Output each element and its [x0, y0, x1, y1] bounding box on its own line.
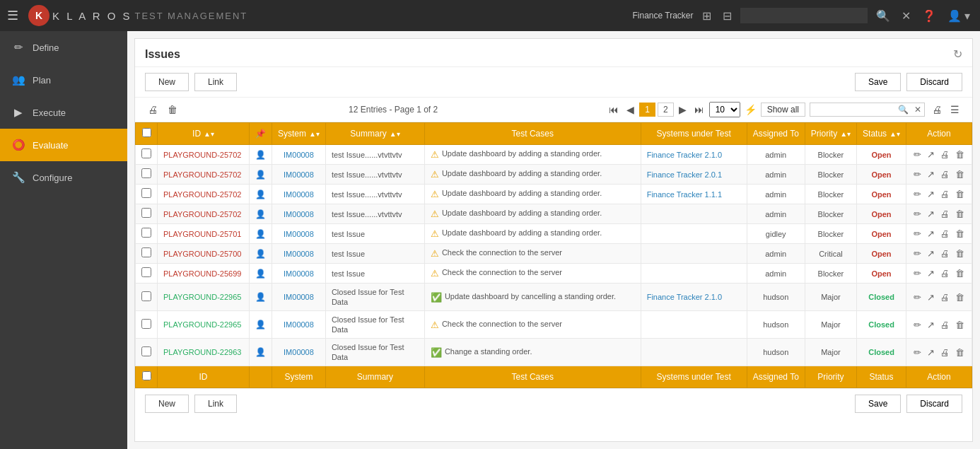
system-link[interactable]: IM00008 [284, 250, 314, 258]
issue-id-link[interactable]: PLAYGROUND-22965 [163, 293, 241, 301]
select-all-footer-checkbox[interactable] [142, 371, 151, 380]
external-link-button[interactable]: ↗ [926, 148, 936, 161]
table-search-box[interactable]: 🔍 ✕ [810, 103, 925, 117]
table-menu-icon-button[interactable]: ☰ [947, 103, 962, 117]
help-icon-button[interactable]: ❓ [919, 6, 939, 25]
search-icon-button[interactable]: 🔍 [873, 6, 893, 25]
table-print-icon-button[interactable]: 🖨 [929, 103, 945, 117]
delete-row-button[interactable]: 🗑 [954, 168, 966, 180]
system-link[interactable]: IM00008 [284, 293, 314, 301]
delete-row-button[interactable]: 🗑 [954, 188, 966, 200]
discard-button-bottom[interactable]: Discard [906, 395, 962, 413]
th-priority[interactable]: Priority▲▾ [805, 123, 856, 145]
row-checkbox[interactable] [141, 228, 151, 238]
delete-row-button[interactable]: 🗑 [954, 346, 966, 358]
hamburger-icon[interactable]: ☰ [7, 8, 18, 23]
print-row-button[interactable]: 🖨 [939, 319, 951, 331]
external-link-button[interactable]: ↗ [926, 319, 936, 331]
system-link[interactable]: IM00008 [284, 348, 314, 356]
external-link-button[interactable]: ↗ [926, 291, 936, 303]
table-search-icon[interactable]: 🔍 [895, 103, 911, 116]
external-link-button[interactable]: ↗ [926, 267, 936, 279]
delete-all-icon-button[interactable]: 🗑 [165, 103, 180, 117]
external-link-button[interactable]: ↗ [926, 208, 936, 220]
sidebar-item-plan[interactable]: 👥 Plan [0, 64, 127, 96]
row-checkbox[interactable] [141, 319, 151, 329]
new-button-bottom[interactable]: New [145, 395, 189, 413]
issue-id-link[interactable]: PLAYGROUND-25702 [163, 170, 241, 179]
print-row-button[interactable]: 🖨 [939, 188, 951, 200]
row-checkbox[interactable] [141, 148, 151, 158]
search-clear-icon-button[interactable]: ✕ [899, 6, 914, 25]
page-last-button[interactable]: ⏭ [692, 103, 707, 117]
issue-id-link[interactable]: PLAYGROUND-25699 [163, 269, 241, 278]
system-link[interactable]: IM00008 [284, 170, 314, 179]
global-search-input[interactable] [740, 8, 868, 23]
refresh-icon[interactable]: ↻ [953, 47, 962, 61]
print-row-button[interactable]: 🖨 [939, 291, 951, 303]
user-icon-button[interactable]: 👤 ▾ [945, 6, 973, 25]
edit-button[interactable]: ✏ [912, 228, 923, 240]
system-link[interactable]: IM00008 [284, 230, 314, 238]
row-checkbox[interactable] [141, 291, 151, 301]
edit-button[interactable]: ✏ [912, 247, 923, 260]
issue-id-link[interactable]: PLAYGROUND-25701 [163, 230, 241, 238]
page-first-button[interactable]: ⏮ [606, 103, 622, 117]
system-link[interactable]: IM00008 [284, 210, 314, 218]
sys-under-test-link[interactable]: Finance Tracker 1.1.1 [647, 190, 722, 199]
th-systems-under-test[interactable]: Systems under Test [641, 123, 747, 145]
row-checkbox[interactable] [141, 247, 151, 257]
system-link[interactable]: IM00008 [284, 269, 314, 278]
link-button-top[interactable]: Link [194, 73, 237, 91]
sidebar-item-define[interactable]: ✏ Define [0, 31, 127, 64]
print-row-button[interactable]: 🖨 [939, 228, 951, 240]
row-checkbox[interactable] [141, 208, 151, 218]
row-checkbox[interactable] [141, 188, 151, 198]
print-row-button[interactable]: 🖨 [939, 148, 951, 161]
edit-button[interactable]: ✏ [912, 267, 923, 279]
table-search-input[interactable] [810, 103, 895, 116]
external-link-button[interactable]: ↗ [926, 228, 936, 240]
th-id[interactable]: ID▲▾ [158, 123, 250, 145]
page-prev-button[interactable]: ◀ [624, 103, 637, 117]
app-icon-button[interactable]: ⊞ [699, 6, 714, 25]
edit-button[interactable]: ✏ [912, 291, 923, 303]
print-row-button[interactable]: 🖨 [939, 346, 951, 358]
edit-button[interactable]: ✏ [912, 319, 923, 331]
th-test-cases[interactable]: Test Cases [424, 123, 641, 145]
th-summary[interactable]: Summary▲▾ [325, 123, 424, 145]
delete-row-button[interactable]: 🗑 [954, 291, 966, 303]
per-page-select[interactable]: 10 25 50 [709, 102, 740, 117]
edit-button[interactable]: ✏ [912, 188, 923, 200]
th-footer-checkbox[interactable] [136, 366, 158, 388]
issue-id-link[interactable]: PLAYGROUND-25702 [163, 210, 241, 218]
delete-row-button[interactable]: 🗑 [954, 267, 966, 279]
new-button-top[interactable]: New [145, 73, 189, 91]
show-all-button[interactable]: Show all [761, 103, 805, 117]
sidebar-item-configure[interactable]: 🔧 Configure [0, 161, 127, 194]
row-checkbox[interactable] [141, 168, 151, 178]
table-search-clear-icon[interactable]: ✕ [911, 103, 924, 116]
discard-button-top[interactable]: Discard [906, 73, 962, 91]
print-row-button[interactable]: 🖨 [939, 247, 951, 260]
edit-button[interactable]: ✏ [912, 346, 923, 358]
row-checkbox[interactable] [141, 267, 151, 277]
th-checkbox[interactable] [136, 123, 158, 145]
save-button-top[interactable]: Save [855, 73, 901, 91]
system-link[interactable]: IM00008 [284, 320, 314, 329]
issue-id-link[interactable]: PLAYGROUND-25702 [163, 190, 241, 199]
save-button-bottom[interactable]: Save [855, 395, 901, 413]
delete-row-button[interactable]: 🗑 [954, 247, 966, 260]
issue-id-link[interactable]: PLAYGROUND-25702 [163, 151, 241, 159]
system-link[interactable]: IM00008 [284, 151, 314, 159]
th-status[interactable]: Status▲▾ [857, 123, 906, 145]
delete-row-button[interactable]: 🗑 [954, 319, 966, 331]
sys-under-test-link[interactable]: Finance Tracker 2.0.1 [647, 170, 722, 179]
grid-icon-button[interactable]: ⊟ [720, 6, 735, 25]
edit-button[interactable]: ✏ [912, 168, 923, 180]
print-row-button[interactable]: 🖨 [939, 267, 951, 279]
issue-id-link[interactable]: PLAYGROUND-22965 [163, 320, 241, 329]
delete-row-button[interactable]: 🗑 [954, 208, 966, 220]
print-row-button[interactable]: 🖨 [939, 168, 951, 180]
issue-id-link[interactable]: PLAYGROUND-25700 [163, 250, 241, 258]
